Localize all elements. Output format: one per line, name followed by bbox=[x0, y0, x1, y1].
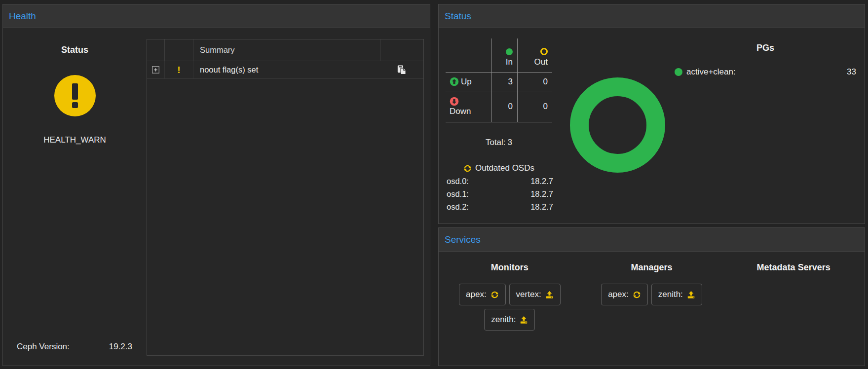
exclamation-dot bbox=[72, 102, 78, 108]
health-warning-icon bbox=[54, 75, 96, 116]
status-panel: Status In Out bbox=[438, 4, 865, 224]
ceph-dashboard: Health Status HEALTH_WARN Ceph Version: … bbox=[0, 0, 868, 369]
copy-button[interactable] bbox=[395, 63, 408, 76]
osd-up-out-value: 0 bbox=[518, 72, 552, 91]
up-row-label: Up bbox=[446, 72, 492, 91]
outdated-osds-heading: Outdated OSDs bbox=[442, 163, 556, 173]
pgs-legend-row: active+clean: 33 bbox=[675, 67, 856, 77]
service-badge-monitor-zenith[interactable]: zenith: bbox=[484, 309, 535, 331]
osd-up-in-value: 3 bbox=[492, 72, 518, 91]
grid-header-action-col bbox=[380, 39, 422, 61]
upload-icon bbox=[520, 316, 528, 324]
health-panel-header: Health bbox=[3, 4, 430, 28]
osd-in-out-table: In Out Up 3 0 bbox=[446, 38, 556, 122]
ceph-version-label: Ceph Version: bbox=[17, 342, 70, 352]
pgs-heading: PGs bbox=[675, 43, 856, 53]
upload-icon bbox=[687, 291, 695, 299]
out-ring-icon bbox=[540, 48, 548, 55]
grid-header-severity-col bbox=[165, 39, 193, 61]
osd-total: Total:3 bbox=[442, 138, 556, 148]
osd-status-block: In Out Up 3 0 bbox=[442, 38, 556, 212]
health-state-text: HEALTH_WARN bbox=[3, 135, 147, 145]
arrow-down-circle-icon bbox=[450, 97, 459, 106]
ceph-version-row: Ceph Version: 19.2.3 bbox=[17, 342, 132, 352]
warning-exclamation-icon: ! bbox=[177, 65, 180, 74]
down-row-label: Down bbox=[446, 91, 492, 122]
services-panel-header: Services bbox=[439, 228, 865, 252]
pgs-legend-label: active+clean: bbox=[686, 67, 736, 77]
grid-header-summary: Summary bbox=[193, 39, 380, 61]
out-column-header: Out bbox=[518, 38, 552, 72]
health-panel-title: Health bbox=[9, 11, 36, 22]
arrow-up-circle-icon bbox=[450, 77, 459, 86]
grid-row-noout[interactable]: ! noout flag(s) set bbox=[147, 61, 423, 79]
grid-header-row: Summary bbox=[147, 39, 423, 61]
managers-heading: Managers bbox=[581, 262, 723, 273]
managers-column: Managers apex: zenith: bbox=[581, 252, 723, 366]
monitors-heading: Monitors bbox=[439, 262, 581, 273]
service-badge-manager-apex[interactable]: apex: bbox=[601, 284, 648, 305]
metadata-servers-heading: Metadata Servers bbox=[722, 262, 865, 273]
services-panel-title: Services bbox=[445, 234, 481, 245]
service-badge-monitor-apex[interactable]: apex: bbox=[459, 284, 506, 305]
health-summary-grid: Summary ! noout flag(s) set bbox=[147, 39, 424, 356]
pgs-donut-chart bbox=[570, 77, 665, 173]
grid-header-expand-col bbox=[147, 39, 165, 61]
refresh-icon bbox=[463, 164, 472, 173]
in-dot-icon bbox=[506, 48, 513, 55]
exclamation-bar bbox=[72, 83, 78, 100]
health-status-heading: Status bbox=[3, 45, 147, 55]
refresh-icon bbox=[633, 291, 641, 299]
monitors-column: Monitors apex: vertex: zenith: bbox=[439, 252, 581, 366]
service-badge-monitor-vertex[interactable]: vertex: bbox=[509, 284, 561, 305]
pgs-legend-block: PGs active+clean: 33 bbox=[675, 39, 856, 77]
health-panel: Health Status HEALTH_WARN Ceph Version: … bbox=[2, 4, 430, 366]
service-badge-manager-zenith[interactable]: zenith: bbox=[651, 284, 702, 305]
upload-icon bbox=[545, 291, 554, 299]
osd-down-in-value: 0 bbox=[492, 91, 518, 122]
outdated-osd-row: osd.2: 18.2.7 bbox=[442, 202, 556, 212]
status-panel-title: Status bbox=[445, 11, 471, 22]
expand-plus-icon[interactable] bbox=[152, 66, 159, 74]
health-status-column: Status HEALTH_WARN Ceph Version: 19.2.3 bbox=[3, 28, 147, 366]
copy-icon bbox=[396, 64, 407, 75]
osd-down-out-value: 0 bbox=[518, 91, 552, 122]
refresh-icon bbox=[491, 291, 499, 299]
status-panel-header: Status bbox=[439, 4, 865, 28]
outdated-osd-row: osd.1: 18.2.7 bbox=[442, 189, 556, 199]
in-column-header: In bbox=[492, 38, 518, 72]
ceph-version-value: 19.2.3 bbox=[109, 342, 132, 352]
grid-row-summary-text: noout flag(s) set bbox=[193, 61, 380, 78]
services-panel: Services Monitors apex: vertex: bbox=[438, 227, 865, 366]
pgs-legend-value: 33 bbox=[847, 67, 856, 77]
outdated-osd-row: osd.0: 18.2.7 bbox=[442, 177, 556, 186]
active-clean-dot-icon bbox=[675, 68, 682, 76]
metadata-servers-column: Metadata Servers bbox=[722, 252, 865, 366]
